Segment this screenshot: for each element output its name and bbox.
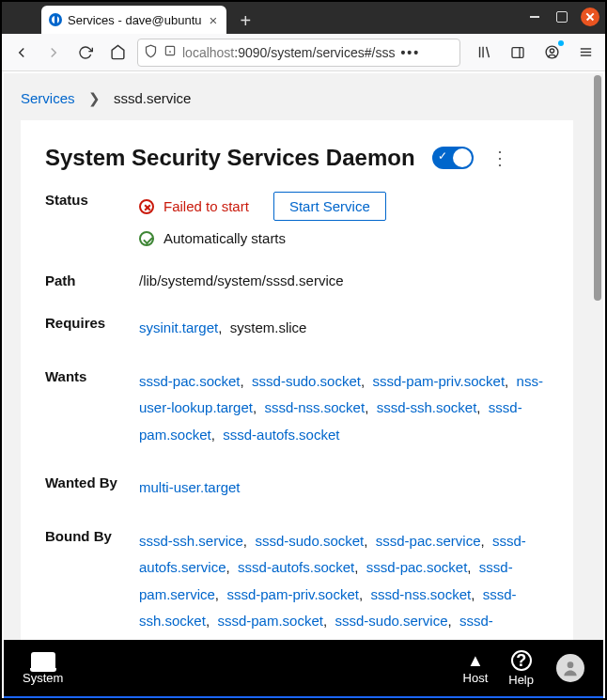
label-requires: Requires — [45, 315, 135, 342]
back-button[interactable] — [9, 40, 34, 65]
dep-link[interactable]: sssd-ssh.socket — [377, 399, 477, 415]
dep-link[interactable]: sssd-pac.socket — [366, 559, 468, 575]
window-close-icon[interactable] — [581, 8, 599, 26]
nav-system[interactable]: System — [23, 652, 63, 685]
tab-title: Services - dave@ubuntu — [68, 13, 202, 27]
forward-button — [41, 40, 66, 65]
page-info-icon[interactable] — [163, 44, 177, 60]
nav-help[interactable]: ? Help — [508, 650, 534, 687]
dep-link[interactable]: sssd-pac.socket — [139, 373, 241, 389]
dep-link[interactable]: sssd-sudo.service — [335, 613, 447, 629]
dep-link[interactable]: sysinit.target — [139, 319, 218, 335]
failed-icon — [139, 199, 154, 214]
dep-plain: system.slice — [230, 319, 307, 335]
label-bound-by: Bound By — [45, 528, 135, 641]
sidebar-icon[interactable] — [506, 40, 530, 65]
help-icon: ? — [511, 650, 532, 671]
wanted-by-list: multi-user.target — [139, 474, 549, 502]
nav-host-label: Host — [463, 671, 489, 685]
url-bar[interactable]: localhost:9090/system/services#/sss ••• — [137, 39, 460, 67]
start-service-button[interactable]: Start Service — [273, 192, 386, 221]
dep-link[interactable]: sssd-pam.socket — [217, 613, 323, 629]
dep-link[interactable]: sssd-pac.service — [376, 533, 481, 549]
svg-line-5 — [486, 47, 489, 57]
wants-list: sssd-pac.socket, sssd-sudo.socket, sssd-… — [139, 368, 549, 449]
service-card: System Security Services Daemon Status F… — [21, 120, 573, 640]
label-status: Status — [45, 192, 135, 246]
nav-help-label: Help — [508, 673, 534, 687]
svg-point-9 — [550, 49, 553, 53]
new-tab-button[interactable]: + — [232, 8, 258, 34]
enable-toggle[interactable] — [432, 147, 474, 169]
dep-link[interactable]: multi-user.target — [139, 479, 241, 495]
scrollbar[interactable] — [592, 73, 603, 640]
dep-link[interactable]: sssd-autofs.socket — [238, 559, 354, 575]
page-viewport: Services ❯ sssd.service System Security … — [4, 73, 603, 640]
scroll-thumb[interactable] — [594, 75, 601, 301]
system-icon — [31, 652, 55, 669]
window-controls — [526, 8, 599, 26]
service-path: /lib/systemd/system/sssd.service — [139, 272, 549, 288]
maximize-icon[interactable] — [556, 11, 568, 23]
user-avatar[interactable] — [556, 654, 584, 682]
label-wants: Wants — [45, 368, 135, 449]
library-icon[interactable] — [472, 40, 496, 65]
reload-button[interactable] — [73, 40, 98, 65]
minimize-icon[interactable] — [526, 8, 543, 25]
nav-host[interactable]: Host — [463, 652, 489, 685]
dep-link[interactable]: sssd-pam-priv.socket — [226, 586, 359, 602]
dep-link[interactable]: sssd-nss.socket — [370, 586, 471, 602]
kebab-menu-icon[interactable] — [490, 148, 509, 167]
dep-link[interactable]: sssd-autofs.socket — [223, 427, 339, 443]
accent-bar — [4, 696, 603, 698]
dep-link[interactable]: sssd-sudo.socket — [255, 533, 364, 549]
window-titlebar: Services - dave@ubuntu × + — [2, 2, 605, 34]
url-text: localhost:9090/system/services#/sss — [182, 45, 395, 60]
requires-list: sysinit.target, system.slice — [139, 315, 549, 342]
cockpit-favicon — [49, 13, 62, 26]
status-auto-text: Automatically starts — [163, 230, 286, 246]
nav-system-label: System — [23, 671, 63, 685]
status-failed-text: Failed to start — [163, 198, 249, 214]
browser-toolbar: localhost:9090/system/services#/sss ••• — [2, 34, 605, 71]
browser-tab[interactable]: Services - dave@ubuntu × — [41, 6, 226, 34]
label-wanted-by: Wanted By — [45, 474, 135, 502]
chevron-right-icon: ❯ — [88, 90, 101, 106]
dep-link[interactable]: sssd-sudo.socket — [252, 373, 361, 389]
svg-point-13 — [568, 661, 574, 668]
breadcrumb-current: sssd.service — [114, 90, 192, 106]
dep-link[interactable]: sssd-pam-priv.socket — [372, 373, 505, 389]
close-tab-icon[interactable]: × — [208, 12, 220, 28]
svg-rect-6 — [512, 47, 523, 57]
dep-link[interactable]: sssd-ssh.service — [139, 533, 243, 549]
breadcrumb-root[interactable]: Services — [21, 90, 75, 106]
account-icon[interactable] — [539, 40, 564, 65]
shield-icon — [144, 44, 158, 61]
breadcrumb: Services ❯ sssd.service — [4, 73, 590, 120]
home-button[interactable] — [105, 40, 130, 65]
auto-start-icon — [139, 231, 154, 246]
menu-icon[interactable] — [573, 40, 598, 65]
label-path: Path — [45, 272, 135, 288]
dep-link[interactable]: sssd-nss.socket — [264, 399, 365, 415]
bound-by-list: sssd-ssh.service, sssd-sudo.socket, sssd… — [139, 528, 549, 641]
page-actions-icon[interactable]: ••• — [400, 45, 420, 60]
cockpit-bottom-bar: System Host ? Help — [4, 640, 603, 696]
page-title: System Security Services Daemon — [45, 145, 415, 171]
host-icon — [467, 652, 484, 669]
